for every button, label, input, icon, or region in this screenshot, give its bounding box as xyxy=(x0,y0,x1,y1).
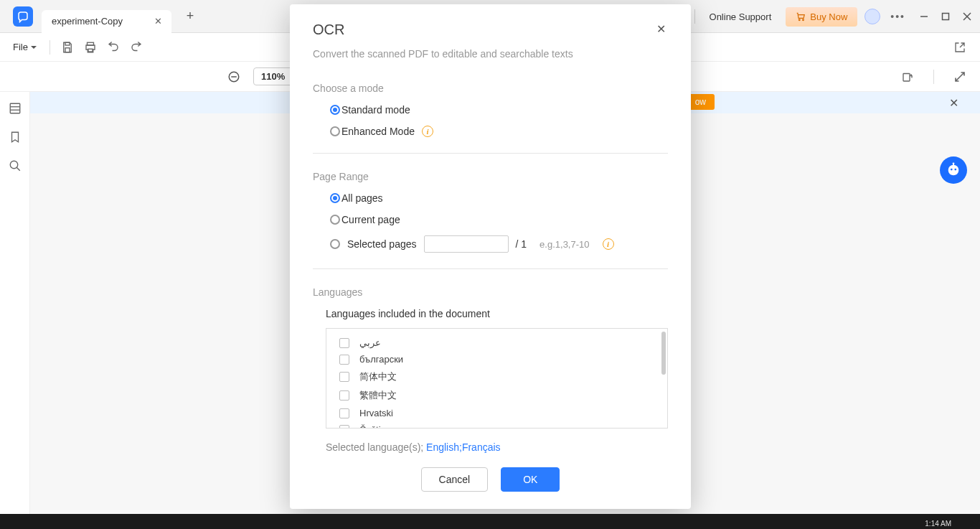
undo-icon[interactable] xyxy=(105,39,122,56)
divider xyxy=(50,40,50,55)
radio-icon[interactable] xyxy=(330,215,340,225)
rotate-icon[interactable] xyxy=(899,68,916,85)
svg-point-19 xyxy=(951,169,953,171)
svg-point-20 xyxy=(954,169,956,171)
chevron-down-icon xyxy=(31,45,37,50)
enhanced-mode-option[interactable]: Enhanced Mode i xyxy=(330,126,668,137)
enhanced-mode-label: Enhanced Mode xyxy=(341,126,415,137)
dialog-subtitle: Convert the scanned PDF to editable and … xyxy=(313,48,668,71)
dialog-title: OCR xyxy=(313,22,344,38)
selected-prefix: Selected language(s); xyxy=(326,441,423,453)
lang-sublabel: Languages included in the document xyxy=(326,308,668,319)
minimize-icon[interactable] xyxy=(918,11,930,22)
radio-icon[interactable] xyxy=(330,193,340,203)
thumbnails-icon[interactable] xyxy=(7,100,23,116)
radio-icon[interactable] xyxy=(330,239,340,249)
titlebar-right: Online Support Buy Now ••• xyxy=(694,0,973,33)
standard-mode-label: Standard mode xyxy=(341,104,410,116)
zoom-value[interactable]: 110% xyxy=(253,67,293,85)
svg-rect-9 xyxy=(88,49,93,52)
info-icon[interactable]: i xyxy=(603,238,614,250)
divider xyxy=(313,268,668,269)
mode-section-label: Choose a mode xyxy=(313,83,668,94)
language-name: български xyxy=(359,354,403,365)
svg-rect-3 xyxy=(943,14,949,20)
standard-mode-option[interactable]: Standard mode xyxy=(330,104,668,116)
maximize-icon[interactable] xyxy=(940,11,951,22)
language-item[interactable]: български xyxy=(326,351,667,368)
divider xyxy=(694,9,695,24)
selected-pages-option[interactable]: Selected pages / 1 e.g.1,3,7-10 i xyxy=(330,235,668,253)
svg-point-0 xyxy=(799,19,801,21)
taskbar: 1:14 AM xyxy=(0,514,980,529)
language-item[interactable]: 繁體中文 xyxy=(326,386,667,405)
divider xyxy=(313,153,668,154)
selected-languages-value: English;Français xyxy=(426,441,501,453)
banner-close-icon[interactable]: ✕ xyxy=(949,96,958,110)
language-item[interactable]: 简体中文 xyxy=(326,368,667,386)
sidebar xyxy=(0,92,30,514)
range-section-label: Page Range xyxy=(313,171,668,182)
close-window-icon[interactable] xyxy=(961,11,973,22)
checkbox[interactable] xyxy=(339,338,349,348)
language-list[interactable]: عربيбългарски简体中文繁體中文HrvatskiČeština xyxy=(326,328,668,429)
ok-button[interactable]: OK xyxy=(501,467,560,492)
page-range-input[interactable] xyxy=(424,235,509,253)
checkbox[interactable] xyxy=(339,390,349,401)
bot-icon xyxy=(946,162,961,178)
app-logo[interactable] xyxy=(13,6,33,27)
save-icon[interactable] xyxy=(59,39,76,56)
language-item[interactable]: Čeština xyxy=(326,421,667,429)
user-avatar[interactable] xyxy=(864,9,880,24)
all-pages-option[interactable]: All pages xyxy=(330,192,668,204)
selected-pages-label: Selected pages xyxy=(347,238,417,250)
svg-rect-12 xyxy=(903,73,910,81)
more-menu-icon[interactable]: ••• xyxy=(887,11,908,22)
language-item[interactable]: Hrvatski xyxy=(326,405,667,421)
page-hint: e.g.1,3,7-10 xyxy=(540,239,589,250)
checkbox[interactable] xyxy=(339,372,349,382)
scrollbar[interactable] xyxy=(661,332,666,375)
current-page-option[interactable]: Current page xyxy=(330,214,668,225)
divider xyxy=(933,70,934,84)
dialog-close-icon[interactable]: ✕ xyxy=(654,22,668,36)
print-icon[interactable] xyxy=(82,39,99,56)
svg-rect-6 xyxy=(65,42,70,45)
new-tab-button[interactable]: + xyxy=(180,6,200,27)
svg-point-21 xyxy=(953,162,955,164)
redo-icon[interactable] xyxy=(128,39,145,56)
radio-icon[interactable] xyxy=(330,126,340,136)
cancel-button[interactable]: Cancel xyxy=(421,467,489,492)
language-name: Hrvatski xyxy=(359,408,393,418)
chatbot-button[interactable] xyxy=(940,156,967,184)
bookmarks-icon[interactable] xyxy=(7,129,23,145)
zoom-out-icon[interactable] xyxy=(226,69,242,85)
svg-point-18 xyxy=(948,165,959,176)
selected-languages: Selected language(s); English;Français xyxy=(326,441,668,453)
ocr-dialog: OCR ✕ Convert the scanned PDF to editabl… xyxy=(290,4,691,509)
system-time: 1:14 AM xyxy=(925,520,951,528)
lang-section-label: Languages xyxy=(313,286,668,298)
checkbox[interactable] xyxy=(339,425,349,429)
language-name: 简体中文 xyxy=(359,370,397,383)
online-support-link[interactable]: Online Support xyxy=(702,9,779,25)
radio-icon[interactable] xyxy=(330,105,340,115)
close-tab-icon[interactable]: ✕ xyxy=(151,15,164,28)
info-icon[interactable]: i xyxy=(422,126,433,137)
current-page-label: Current page xyxy=(341,214,400,225)
search-icon[interactable] xyxy=(7,158,23,174)
svg-point-1 xyxy=(803,19,804,21)
buy-now-button[interactable]: Buy Now xyxy=(786,7,857,27)
language-name: 繁體中文 xyxy=(359,389,397,402)
page-total: / 1 xyxy=(516,238,527,250)
language-item[interactable]: عربي xyxy=(326,334,667,351)
file-menu[interactable]: File xyxy=(9,39,41,55)
fullscreen-icon[interactable] xyxy=(951,68,969,85)
checkbox[interactable] xyxy=(339,408,349,418)
svg-rect-7 xyxy=(65,47,70,52)
checkbox[interactable] xyxy=(339,355,349,365)
language-name: عربي xyxy=(359,337,381,348)
language-name: Čeština xyxy=(359,424,391,429)
open-external-icon[interactable] xyxy=(951,39,969,56)
document-tab[interactable]: experiment-Copy ✕ xyxy=(42,10,171,33)
